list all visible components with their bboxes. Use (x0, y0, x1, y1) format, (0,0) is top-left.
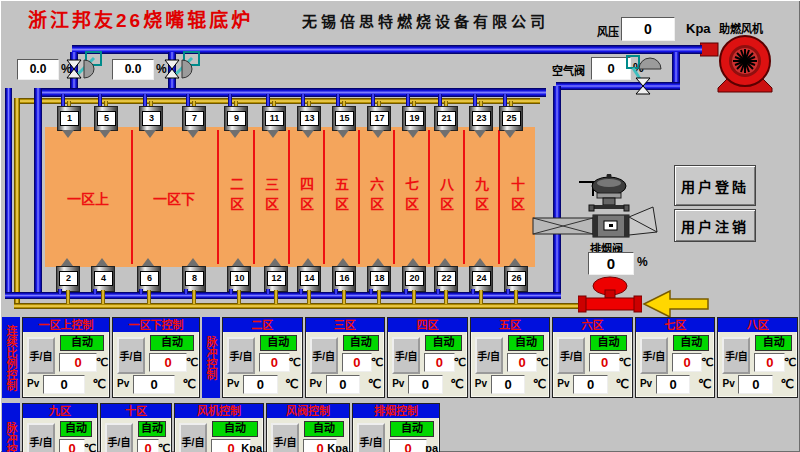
zone-divider (131, 130, 133, 264)
panel-title: 九区 (23, 404, 97, 418)
setpoint-value[interactable]: 0 (59, 353, 97, 372)
burner-nozzle-icon (96, 258, 108, 266)
pv-label: Pv (27, 378, 39, 389)
pv-unit: ℃ (450, 377, 463, 391)
control-panel: 九区手/自自动0℃ (22, 403, 98, 452)
zone-label: 十区 (507, 177, 527, 217)
burner-nozzle-icon (474, 258, 486, 266)
manual-auto-button[interactable]: 手/自 (27, 423, 55, 452)
burner-number: 22 (437, 271, 456, 286)
pv-unit: ℃ (368, 377, 381, 391)
pv-value: 0 (326, 375, 361, 394)
manual-auto-button[interactable]: 手/自 (722, 337, 750, 374)
panel-title: 四区 (388, 318, 467, 332)
burner-nozzle-icon (61, 258, 73, 266)
burner-pipe-stub (93, 289, 97, 294)
air-butterfly-valve-icon[interactable] (623, 54, 663, 96)
burner-number: 8 (185, 271, 204, 286)
auto-indicator: 自动 (390, 421, 434, 437)
manual-auto-button[interactable]: 手/自 (105, 423, 133, 452)
manual-auto-button[interactable]: 手/自 (475, 337, 503, 374)
pv-label: Pv (227, 378, 239, 389)
setpoint-value[interactable]: 0 (424, 353, 455, 372)
pipe-air-left-inner (34, 88, 42, 294)
pv-unit: ℃ (93, 377, 106, 391)
setpoint-unit: ℃ (288, 356, 300, 369)
setpoint-value[interactable]: 0 (149, 353, 187, 372)
zone-label: 四区 (296, 177, 316, 217)
pv-unit: ℃ (781, 377, 794, 391)
manual-auto-button[interactable]: 手/自 (117, 337, 145, 374)
mode-label-bar: 脉冲控制 (2, 403, 20, 452)
manual-auto-button[interactable]: 手/自 (227, 337, 255, 374)
setpoint-value[interactable]: 0 (137, 439, 159, 452)
burner-pipe-stub (369, 289, 373, 294)
setpoint-value[interactable]: 0 (672, 353, 703, 372)
auto-indicator: 自动 (138, 421, 166, 437)
control-panel: 一区上控制手/自自动0℃Pv0℃ (22, 317, 110, 398)
zone-divider (288, 130, 290, 264)
burner-number: 6 (140, 271, 159, 286)
manual-auto-button[interactable]: 手/自 (557, 337, 585, 374)
burner-nozzle-icon (229, 130, 241, 138)
user-login-button[interactable]: 用户登陆 (674, 165, 756, 206)
setpoint-unit: ℃ (371, 356, 383, 369)
burner-pipe-stub (479, 290, 483, 304)
burner-nozzle-icon (142, 258, 154, 266)
burner-number: 7 (185, 111, 204, 126)
user-logout-button[interactable]: 用户注销 (674, 209, 756, 242)
manual-auto-button[interactable]: 手/自 (640, 337, 668, 374)
pv-unit: ℃ (615, 377, 628, 391)
burner-number: 26 (507, 271, 526, 286)
auto-indicator: 自动 (425, 335, 462, 351)
setpoint-value[interactable]: 0 (389, 439, 427, 452)
butterfly-valve2-icon[interactable] (162, 50, 202, 88)
manual-auto-button[interactable]: 手/自 (179, 423, 207, 452)
manual-auto-button[interactable]: 手/自 (357, 423, 385, 452)
burner: 1 (57, 106, 81, 131)
burner-nozzle-icon (99, 130, 111, 138)
manual-auto-button[interactable]: 手/自 (271, 423, 299, 452)
butterfly-valve1-icon[interactable] (64, 50, 104, 88)
burner-nozzle-icon (372, 130, 384, 138)
page-title: 浙江邦友26烧嘴辊底炉 (28, 5, 253, 32)
setpoint-value[interactable]: 0 (589, 353, 620, 372)
furnace-body: 一区上一区下二区三区四区五区六区七区八区九区十区 (45, 127, 535, 267)
setpoint-value[interactable]: 0 (507, 353, 538, 372)
exhaust-motor-valve-icon[interactable] (531, 174, 659, 240)
burner-pipe-stub (184, 289, 188, 294)
burner-pipe-stub (342, 290, 346, 304)
burner: 21 (434, 106, 458, 131)
manual-auto-button[interactable]: 手/自 (27, 337, 55, 374)
burner-nozzle-icon (187, 130, 199, 138)
setpoint-value[interactable]: 0 (59, 439, 85, 452)
burner-number: 9 (227, 111, 246, 126)
burner-number: 16 (335, 271, 354, 286)
pv-label: Pv (117, 378, 129, 389)
burner-pipe-stub (471, 289, 475, 294)
burner-number: 25 (502, 111, 521, 126)
panel-title: 六区 (553, 318, 632, 332)
burner-nozzle-icon (144, 130, 156, 138)
burner: 23 (469, 106, 493, 131)
zone-divider (253, 130, 255, 264)
burner-nozzle-icon (302, 130, 314, 138)
hmi-screen: 浙江邦友26烧嘴辊底炉 无锡倍思特燃烧设备有限公司 风压 0 Kpa 助燃风机 … (0, 0, 800, 452)
setpoint-value[interactable]: 0 (259, 353, 290, 372)
manual-auto-button[interactable]: 手/自 (392, 337, 420, 374)
panel-title: 排烟控制 (353, 404, 439, 418)
setpoint-value[interactable]: 0 (342, 353, 373, 372)
auto-indicator: 自动 (150, 335, 194, 351)
pv-value: 0 (243, 375, 278, 394)
burner: 13 (297, 106, 321, 131)
burner-pipe-stub (436, 289, 440, 294)
setpoint-value[interactable]: 0 (754, 353, 785, 372)
burner-nozzle-icon (337, 258, 349, 266)
company-title: 无锡倍思特燃烧设备有限公司 (302, 10, 549, 31)
auto-indicator: 自动 (755, 335, 792, 351)
pipe-fan-drop (672, 52, 680, 86)
burner-nozzle-icon (187, 258, 199, 266)
burner-nozzle-icon (232, 258, 244, 266)
red-valve-icon[interactable] (578, 276, 642, 314)
manual-auto-button[interactable]: 手/自 (310, 337, 338, 374)
